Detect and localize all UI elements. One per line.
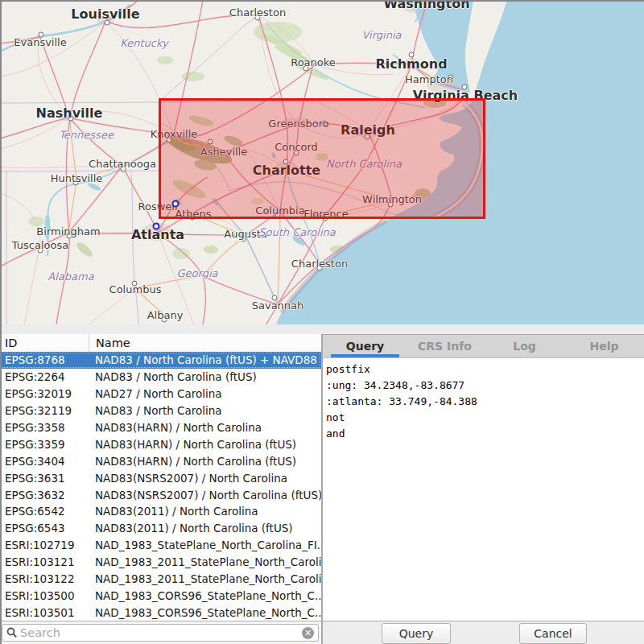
cell-id: EPSG:3631 [0,472,89,485]
crs-results-panel: ID Name EPSG:8768NAD83 / North Carolina … [0,334,322,644]
cell-id: EPSG:32019 [0,387,89,400]
cell-name: NAD_1983_2011_StatePlane_North_Caroli... [89,555,321,568]
cell-id: EPSG:2264 [0,370,89,383]
cancel-button[interactable]: Cancel [519,623,587,644]
cell-name: NAD83(2011) / North Carolina [89,505,321,518]
map-state-label: Georgia [177,267,218,279]
cell-name: NAD83(NSRS2007) / North Carolina (ftUS) [89,489,321,502]
table-row[interactable]: ESRI:102719NAD_1983_StatePlane_North_Car… [0,537,321,554]
map-city-label: Birmingham [36,225,100,237]
column-header-name[interactable]: Name [89,336,321,349]
table-row[interactable]: EPSG:32019NAD27 / North Carolina [0,386,321,402]
map-city-label: Hampton [405,73,453,85]
map-state-label: Virginia [361,29,401,41]
map-selection-rectangle [159,98,485,219]
search-box: ✕ [2,624,319,642]
search-input[interactable] [19,626,302,639]
map-state-label: South Carolina [258,226,335,238]
map-city-label: Savannah [252,299,304,312]
map-city-label: Evansville [14,36,66,48]
table-row[interactable]: EPSG:6542NAD83(2011) / North Carolina [0,503,321,520]
cell-id: ESRI:102719 [0,539,89,551]
cell-name: NAD83(HARN) / North Carolina [89,421,321,434]
map-state-label: Kentucky [120,37,167,49]
cell-name: NAD_1983_CORS96_StatePlane_North_C... [89,606,321,619]
panel-divider [0,324,644,334]
cell-name: NAD83 / North Carolina [89,404,321,417]
table-row[interactable]: ESRI:103121NAD_1983_2011_StatePlane_Nort… [0,554,321,571]
map[interactable]: WashingtonLouisvilleNashvilleRichmondRal… [0,0,644,324]
cell-name: NAD83(HARN) / North Carolina (ftUS) [89,438,321,451]
table-row[interactable]: ESRI:103501NAD_1983_CORS96_StatePlane_No… [0,604,321,621]
cell-id: EPSG:3359 [0,438,89,451]
cell-id: EPSG:6543 [0,522,89,535]
action-bar: Query Cancel [323,621,644,644]
table-row[interactable]: EPSG:3359NAD83(HARN) / North Carolina (f… [0,436,321,452]
map-city-label: Washington [383,0,469,11]
map-point-marker [172,200,180,208]
map-city-label: Richmond [375,56,447,72]
map-city-label: Charleston [229,6,286,19]
map-city-label: Huntsville [51,172,103,184]
table-row[interactable]: EPSG:3632NAD83(NSRS2007) / North Carolin… [0,486,321,503]
table-bottom-border [0,621,321,621]
map-city-label: Louisville [71,6,139,22]
cell-id: ESRI:103500 [0,589,89,602]
clear-search-icon[interactable]: ✕ [302,627,314,639]
search-icon [6,626,19,639]
table-row[interactable]: EPSG:6543NAD83(2011) / North Carolina (f… [0,520,321,537]
cell-id: ESRI:103121 [0,555,89,568]
cell-name: NAD83(HARN) / North Carolina (ftUS) [89,455,321,468]
map-point-marker [153,223,160,230]
cell-name: NAD_1983_CORS96_StatePlane_North_C... [89,589,321,602]
cell-id: EPSG:32119 [0,404,89,417]
table-header: ID Name [0,334,321,353]
table-row[interactable]: EPSG:32119NAD83 / North Carolina [0,402,321,419]
window-border-top [0,0,644,2]
map-city-label: Chattanooga [89,158,156,170]
map-city-label: Roanoke [291,56,336,68]
query-editor[interactable]: postfix :ung: 34.2348,-83.8677 :atlanta:… [323,358,644,621]
map-city-label: Tuscaloosa [12,239,68,251]
tab-crs-info[interactable]: CRS Info [405,335,485,357]
cell-name: NAD_1983_2011_StatePlane_North_Caroli... [89,572,321,585]
tab-query[interactable]: Query [325,335,405,357]
table-row[interactable]: EPSG:3404NAD83(HARN) / North Carolina (f… [0,452,321,469]
table-row[interactable]: EPSG:3631NAD83(NSRS2007) / North Carolin… [0,469,321,486]
table-row[interactable]: ESRI:103500NAD_1983_CORS96_StatePlane_No… [0,587,321,604]
tab-help[interactable]: Help [564,335,644,357]
map-city-label: Charleston [291,258,348,270]
column-header-id[interactable]: ID [0,334,89,352]
cell-name: NAD83 / North Carolina (ftUS) [89,370,321,383]
table-row[interactable]: ESRI:103122NAD_1983_2011_StatePlane_Nort… [0,571,321,588]
map-city-label: Columbus [109,283,162,295]
cell-name: NAD83(2011) / North Carolina (ftUS) [89,522,321,535]
cell-id: EPSG:3632 [0,489,89,502]
cell-id: EPSG:3358 [0,421,89,434]
map-city-label: Nashville [36,105,103,121]
map-state-label: Tennessee [59,129,114,141]
query-panel: QueryCRS InfoLogHelp postfix :ung: 34.23… [322,334,644,644]
cell-name: NAD83(NSRS2007) / North Carolina [89,472,321,485]
table-row[interactable]: EPSG:3358NAD83(HARN) / North Carolina [0,419,321,436]
tab-log[interactable]: Log [485,335,564,357]
cell-id: EPSG:6542 [0,505,89,518]
cell-id: ESRI:103501 [0,606,89,619]
map-city-label: Albany [147,309,184,321]
cell-name: NAD27 / North Carolina [89,387,321,400]
cell-name: NAD_1983_StatePlane_North_Carolina_FI... [89,539,321,551]
window-border-left [0,0,2,644]
crs-table-body: EPSG:8768NAD83 / North Carolina (ftUS) +… [0,352,321,621]
query-button[interactable]: Query [382,623,451,644]
cell-id: EPSG:8768 [0,353,89,366]
tab-bar: QueryCRS InfoLogHelp [323,334,644,358]
table-row[interactable]: EPSG:8768NAD83 / North Carolina (ftUS) +… [0,352,321,369]
map-state-label: Alabama [47,270,93,283]
cell-id: ESRI:103122 [0,572,89,585]
cell-id: EPSG:3404 [0,455,89,468]
cell-name: NAD83 / North Carolina (ftUS) + NAVD88 .… [89,353,321,366]
table-row[interactable]: EPSG:2264NAD83 / North Carolina (ftUS) [0,369,321,386]
